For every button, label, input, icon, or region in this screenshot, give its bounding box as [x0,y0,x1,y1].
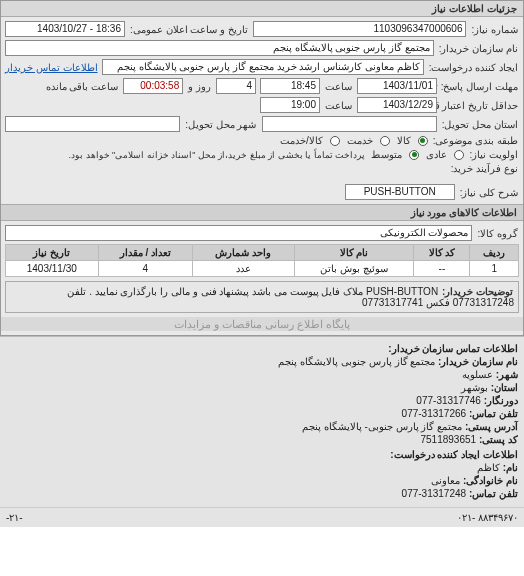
td-4: 4 [98,261,193,277]
contact-city-v: عسلویه [462,369,493,380]
items-table: ردیف کد کالا نام کالا واحد شمارش تعداد /… [5,244,519,277]
row-priority: اولویت نیاز: عادی متوسط پرداخت تماماً یا… [5,149,519,160]
classification-label: طبقه بندی موضوعی: [432,135,519,146]
contact-name-k: نام سازمان خریدار: [438,356,518,367]
row-creator: ایجاد کننده درخواست: کاظم معاونی کارشناس… [5,59,519,75]
group-field: محصولات الکترونیکی [5,225,472,241]
announce-label: تاریخ و ساعت اعلان عمومی: [129,24,249,35]
radio-service[interactable] [380,136,390,146]
radio-goods-service[interactable] [330,136,340,146]
announce-field: 18:36 - 1403/10/27 [5,21,125,37]
th-4: تعداد / مقدار [98,245,193,261]
contact-fax: دورنگار: 31317746-077 [6,395,518,406]
summary-value: PUSH-BUTTON [345,184,455,200]
row-summary: شرح کلی نیاز: PUSH-BUTTON [5,184,519,200]
creator-fname-k: نام: [503,462,518,473]
buyer-name-label: نام سازمان خریدار: [438,43,519,54]
td-2: سوئیچ بوش باتن [294,261,414,277]
creator-header-text: اطلاعات ایجاد کننده درخواست: [390,449,518,460]
group-label: گروه کالا: [476,228,519,239]
buyer-note-label: توضیحات خریدار: [441,286,514,297]
th-3: واحد شمارش [193,245,294,261]
contact-city-k: شهر: [496,369,518,380]
province-field [262,116,437,132]
radio-goods[interactable] [418,136,428,146]
contact-name-v: مجتمع گاز پارس جنوبی پالایشگاه پنجم [278,356,435,367]
city-field [5,116,180,132]
priority-label: اولویت نیاز: [468,149,519,160]
opt-goods-service: کالا/خدمت [279,135,324,146]
contact-fax-v: 31317746-077 [416,395,481,406]
buyer-note-box: توضیحات خریدار: PUSH-BUTTON ملاک فایل پی… [5,281,519,313]
details-panel: جزئیات اطلاعات نیاز شماره نیاز: 11030963… [0,0,524,336]
city-label: شهر محل تحویل: [184,119,257,130]
row-validity: حداقل تاریخ اعتبار قیمت: تا تاریخ: 1403/… [5,97,519,113]
priority-group: عادی متوسط [370,149,464,160]
th-0: ردیف [470,245,519,261]
process-label: نوع فرآیند خرید: [450,163,519,174]
deadline-time: 18:45 [260,78,320,94]
contact-tel: تلفن تماس: 31317266-077 [6,408,518,419]
creator-fname-v: کاظم [477,462,500,473]
creator-tel: تلفن تماس: 31317248-077 [6,488,518,499]
footer-left: -۲۱- [6,512,23,523]
td-0: 1 [470,261,519,277]
contact-post-k: کد پستی: [479,434,518,445]
contact-province-v: بوشهر [461,382,488,393]
creator-header: اطلاعات ایجاد کننده درخواست: [6,449,518,460]
hour-label-2: ساعت [324,100,353,111]
deadline-date: 1403/11/01 [357,78,437,94]
td-5: 1403/11/30 [6,261,99,277]
contact-province: استان: بوشهر [6,382,518,393]
radio-normal[interactable] [454,150,464,160]
remain-label: ساعت باقی مانده [45,81,120,92]
table-header-row: ردیف کد کالا نام کالا واحد شمارش تعداد /… [6,245,519,261]
footer: ۸۸۳۴۹۶۷۰ -۰۲۱ -۲۱- [0,507,524,527]
contact-header: اطلاعات تماس سازمان خریدار: [6,343,518,354]
creator-tel-v: 31317248-077 [402,488,467,499]
contact-header-text: اطلاعات تماس سازمان خریدار: [388,343,518,354]
td-1: -- [414,261,470,277]
priority-note: پرداخت تماماً یا بخشی از مبلغ خرید،از مح… [5,150,366,160]
validity-time: 19:00 [260,97,320,113]
row-classification: طبقه بندی موضوعی: کالا خدمت کالا/خدمت [5,135,519,146]
watermark: پایگاه اطلاع رسانی مناقصات و مزایدات [1,317,523,331]
row-process: نوع فرآیند خرید: [5,163,519,174]
opt-normal: عادی [425,149,448,160]
contact-post: کد پستی: 7511893651 [6,434,518,445]
buyer-contact-link[interactable]: اطلاعات تماس خریدار [5,62,98,73]
creator-fname: نام: کاظم [6,462,518,473]
province-label: استان محل تحویل: [441,119,519,130]
contact-addr: آدرس پستی: مجتمع گاز پارس جنوبی- پالایشگ… [6,421,518,432]
th-1: کد کالا [414,245,470,261]
classification-group: کالا خدمت کالا/خدمت [279,135,428,146]
req-no-field: 1103096347000606 [253,21,467,37]
creator-tel-k: تلفن تماس: [469,488,518,499]
creator-lname-k: نام خانوادگی: [463,475,518,486]
contact-addr-v: مجتمع گاز پارس جنوبی- پالایشگاه پنجم [302,421,462,432]
radio-med[interactable] [409,150,419,160]
row-group: گروه کالا: محصولات الکترونیکی [5,225,519,241]
row-req-no: شماره نیاز: 1103096347000606 تاریخ و ساع… [5,21,519,37]
validity-label: حداقل تاریخ اعتبار قیمت: تا تاریخ: [441,100,519,111]
row-deadline: مهلت ارسال پاسخ: تا تاریخ: 1403/11/01 سا… [5,78,519,94]
items-header: اطلاعات کالاهای مورد نیاز [1,204,523,221]
contact-province-k: استان: [491,382,518,393]
deadline-label: مهلت ارسال پاسخ: تا تاریخ: [441,81,519,92]
contact-addr-k: آدرس پستی: [465,421,518,432]
buyer-name-field: مجتمع گاز پارس جنوبی پالایشگاه پنجم [5,40,434,56]
contact-tel-v: 31317266-077 [402,408,467,419]
contact-name: نام سازمان خریدار: مجتمع گاز پارس جنوبی … [6,356,518,367]
creator-field: کاظم معاونی کارشناس ارشد خرید مجتمع گاز … [102,59,424,75]
td-3: عدد [193,261,294,277]
th-5: تاریخ نیاز [6,245,99,261]
opt-service: خدمت [346,135,374,146]
table-row: 1 -- سوئیچ بوش باتن عدد 4 1403/11/30 [6,261,519,277]
contact-block: اطلاعات تماس سازمان خریدار: نام سازمان خ… [0,336,524,507]
creator-label: ایجاد کننده درخواست: [428,62,519,73]
panel-title: جزئیات اطلاعات نیاز [1,1,523,17]
days-field: 4 [216,78,256,94]
th-2: نام کالا [294,245,414,261]
validity-date: 1403/12/29 [357,97,437,113]
row-location: استان محل تحویل: شهر محل تحویل: [5,116,519,132]
